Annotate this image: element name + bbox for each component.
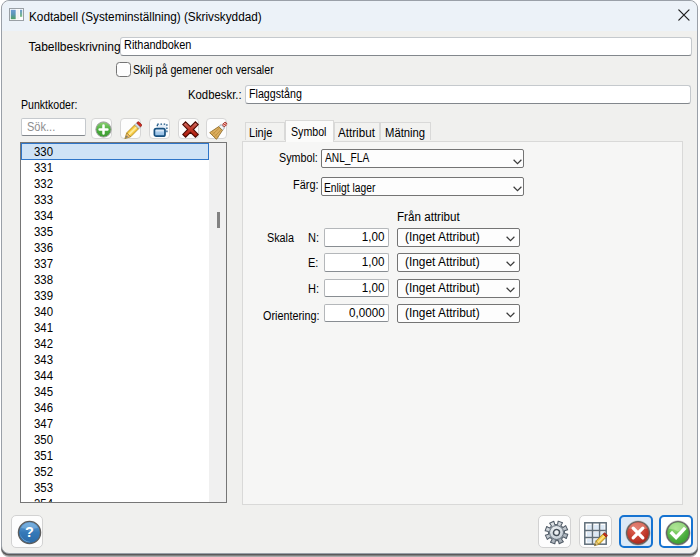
svg-text:?: ? [25,524,34,540]
